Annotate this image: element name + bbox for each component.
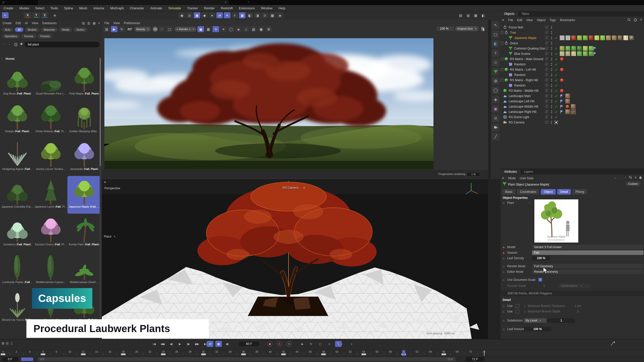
- layout-quad-icon[interactable]: ▦: [472, 12, 479, 18]
- menu-redshift[interactable]: Redshift: [221, 5, 233, 11]
- keyframe-marker[interactable]: [441, 353, 446, 355]
- material-swatch[interactable]: [577, 46, 582, 51]
- go-to-start-button[interactable]: |◀: [151, 341, 157, 347]
- material-icon[interactable]: ◆: [201, 12, 208, 18]
- panel-toggle-icon[interactable]: ◨: [480, 26, 486, 32]
- visibility-dots[interactable]: [550, 94, 552, 98]
- annotation-flag-icon[interactable]: [593, 46, 597, 51]
- object-row[interactable]: RS Dome Light╱✓: [501, 114, 644, 120]
- ab-tab-media[interactable]: Media: [59, 27, 72, 32]
- menu-mograph[interactable]: MoGraph: [110, 5, 124, 11]
- select-tool-icon[interactable]: ↖: [492, 21, 499, 29]
- menu-mesh[interactable]: Mesh: [79, 5, 87, 11]
- pen-tool-icon[interactable]: ╱: [492, 133, 499, 141]
- zoom-value-field[interactable]: 100 %⁞: [436, 26, 454, 31]
- search-icon[interactable]: [629, 176, 632, 180]
- expand-icon[interactable]: −: [501, 58, 503, 60]
- plant-thumbnail[interactable]: Japanese Maple (Acer palmatum): [534, 199, 579, 243]
- menu-modes[interactable]: Modes: [19, 5, 29, 11]
- region-tool-icon[interactable]: ▢: [492, 31, 499, 38]
- asset-item[interactable]: Kentia Palm (Fall, Plant): [67, 214, 101, 251]
- enabled-check-icon[interactable]: ✓: [554, 35, 558, 40]
- material-swatch[interactable]: [617, 35, 623, 40]
- home-icon[interactable]: [14, 42, 18, 47]
- asset-item[interactable]: Dwarf Mountain Pine (...: [34, 63, 67, 101]
- cube-tool-icon[interactable]: ◧: [492, 40, 499, 48]
- play-range-button[interactable]: ▦: [215, 341, 222, 347]
- ab-menu-view[interactable]: View: [32, 21, 38, 25]
- grid-icon[interactable]: #: [231, 12, 238, 18]
- text-tool-icon[interactable]: T: [492, 49, 499, 57]
- visibility-dots[interactable]: [550, 99, 552, 104]
- object-row[interactable]: −Grass╱: [501, 40, 644, 46]
- uv-tool-icon[interactable]: ▣: [492, 105, 499, 113]
- playhead[interactable]: [402, 350, 405, 356]
- menu-simulate[interactable]: Simulate: [168, 5, 181, 11]
- material-swatch[interactable]: [571, 104, 576, 109]
- loop-playback-button[interactable]: ⇄: [207, 341, 213, 347]
- viewport-view-label[interactable]: Perspective: [104, 187, 120, 190]
- ab-header-icon-3[interactable]: ≡: [98, 21, 100, 25]
- visibility-dots[interactable]: [550, 120, 552, 125]
- size-select[interactable]: Original Size▼: [455, 26, 479, 31]
- layer-toggle[interactable]: ╱: [545, 73, 548, 76]
- visibility-dots[interactable]: [550, 62, 552, 67]
- keyframe-marker[interactable]: [161, 353, 166, 355]
- asset-item[interactable]: Globe Robinia (Fall, Pl...: [34, 101, 67, 138]
- editor-mode-select[interactable]: Render Geometry: [532, 269, 643, 274]
- ab-menu-create[interactable]: Create: [3, 21, 12, 25]
- om-menu-edit[interactable]: Edit: [517, 18, 522, 22]
- om-tab-objects[interactable]: Objects: [501, 11, 518, 16]
- annotation-flag-icon[interactable]: [630, 35, 634, 40]
- material-swatch[interactable]: [623, 35, 628, 40]
- visibility-dots[interactable]: [550, 78, 552, 82]
- ab-tab-presets[interactable]: Presets: [38, 34, 53, 38]
- focus-icon[interactable]: ◈: [235, 26, 242, 32]
- om-menu-file[interactable]: File: [508, 18, 513, 22]
- field-tool-icon[interactable]: ◯: [492, 86, 499, 94]
- current-frame-field[interactable]: 60 F: [239, 342, 259, 346]
- texture-swatch[interactable]: [565, 35, 571, 40]
- next-key-button[interactable]: ◆▶: [194, 341, 200, 347]
- record-parameter-icon[interactable]: ≡: [326, 341, 333, 347]
- visibility-dots[interactable]: [550, 57, 552, 61]
- asset-item[interactable]: Dog-Rose (Fall, Plant): [1, 63, 34, 101]
- layer-toggle[interactable]: ╱: [545, 52, 548, 55]
- asset-scrollbar[interactable]: [100, 57, 101, 336]
- keyframe-marker[interactable]: [121, 353, 126, 355]
- home-icon[interactable]: [634, 18, 637, 22]
- enabled-check-icon[interactable]: ✓: [554, 72, 558, 77]
- object-row[interactable]: −Tree╱: [501, 30, 644, 35]
- expand-icon[interactable]: ◇: [243, 26, 249, 32]
- material-swatch[interactable]: [559, 46, 565, 51]
- season-select[interactable]: Fall: [532, 250, 643, 255]
- keyframe-marker[interactable]: [361, 353, 366, 355]
- ab-menu-ai[interactable]: AI: [25, 21, 28, 25]
- next-frame-button[interactable]: |▶: [185, 341, 192, 347]
- material-swatch[interactable]: [571, 35, 576, 40]
- visibility-dots[interactable]: [550, 83, 552, 88]
- redshift-tag-icon[interactable]: [565, 104, 570, 109]
- expand-icon[interactable]: −: [501, 68, 503, 71]
- keyframe-marker[interactable]: [281, 353, 286, 355]
- spline-tool-icon[interactable]: ◇: [492, 59, 499, 66]
- texture-swatch[interactable]: [559, 35, 565, 40]
- tab-caret-icon[interactable]: ˅: [248, 1, 249, 4]
- snapshot-icon[interactable]: ✳: [213, 26, 219, 32]
- material-swatch[interactable]: [583, 35, 588, 40]
- grid3-icon[interactable]: ▦: [205, 26, 212, 32]
- enabled-check-icon[interactable]: ✓: [554, 104, 558, 109]
- keyframe-marker[interactable]: [1, 353, 5, 355]
- object-row[interactable]: Focus Null╱: [501, 25, 644, 30]
- object-row[interactable]: Random╱✓: [501, 83, 644, 88]
- object-row[interactable]: Blue Grama╱✓: [501, 51, 644, 56]
- layer-toggle[interactable]: ╱: [545, 62, 548, 66]
- rgb-channel-icon[interactable]: RGB: [153, 27, 158, 32]
- coord-icon[interactable]: ⊙: [262, 12, 268, 18]
- menu-help[interactable]: Help: [278, 5, 285, 11]
- pointer-tool-icon[interactable]: ↖: [2, 12, 9, 18]
- mini-rows-icon[interactable]: ▤: [6, 341, 9, 345]
- enabled-check-icon[interactable]: ✓: [554, 94, 558, 98]
- pv-menu-preferences[interactable]: Preferences: [124, 21, 140, 25]
- close-icon[interactable]: ×: [225, 1, 226, 4]
